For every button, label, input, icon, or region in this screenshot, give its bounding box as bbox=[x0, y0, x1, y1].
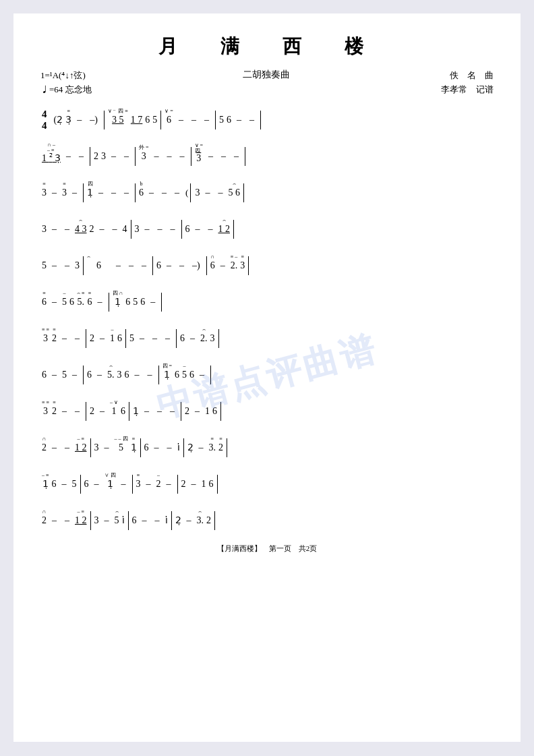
note-2l3: 2 bbox=[183, 400, 191, 423]
note-1m2: i̇ bbox=[176, 436, 181, 459]
note-6n2: 6 bbox=[83, 473, 90, 496]
subtitle: 二胡独奏曲 bbox=[243, 69, 290, 81]
note-3f: 3 bbox=[134, 218, 141, 241]
note-6-b: b 6 bbox=[138, 181, 145, 204]
note-3-paren2: 3 bbox=[194, 181, 202, 204]
dash: – bbox=[204, 152, 217, 161]
dash: – bbox=[73, 115, 86, 125]
dash: – bbox=[136, 334, 148, 343]
bar-line bbox=[215, 111, 216, 129]
note-1n2: ∨ 四 1̣ bbox=[103, 473, 117, 496]
note-17: 1 7 bbox=[129, 109, 144, 132]
note-3-v: ∨ =四 3 bbox=[194, 143, 205, 170]
note-5b: 5 bbox=[218, 109, 225, 132]
bar-line bbox=[83, 183, 84, 202]
note-1l2-6l: 1 bbox=[204, 400, 211, 423]
tempo: ♩=64 忘念地 bbox=[40, 83, 92, 97]
bar-line bbox=[220, 402, 221, 421]
bar-line bbox=[90, 511, 91, 530]
sheet-music-page: 中谱点评曲谱 月 满 西 楼 1=¹A(⁴↓↑弦) ♩=64 忘念地 二胡独奏曲… bbox=[13, 13, 521, 742]
dash: – bbox=[200, 115, 213, 125]
bar-line bbox=[140, 438, 141, 457]
dash: – bbox=[217, 152, 230, 161]
note-5j: 5 bbox=[128, 327, 136, 350]
dash: – bbox=[204, 225, 217, 234]
dash: – bbox=[68, 188, 81, 198]
bar-line bbox=[131, 220, 131, 239]
bar-line bbox=[161, 293, 162, 312]
dash: – bbox=[48, 297, 61, 307]
note-1l2: 1̣ bbox=[131, 400, 140, 423]
dash: – bbox=[141, 225, 154, 234]
bar-line bbox=[260, 111, 261, 129]
note-5n: 5 bbox=[71, 473, 78, 496]
note-3-eq2: ≡ 3 bbox=[61, 181, 68, 204]
note-6h: 6 bbox=[155, 254, 162, 277]
dash: – bbox=[100, 443, 113, 453]
note-5: 5 bbox=[151, 109, 158, 132]
note-6i2: 6 bbox=[68, 291, 76, 314]
note-1o: i̇ bbox=[121, 509, 126, 532]
bar-line bbox=[128, 511, 129, 530]
dash: – bbox=[196, 370, 208, 380]
note-1j: – 1 bbox=[109, 327, 116, 350]
note-3j: ≡ ≡ 3 bbox=[40, 327, 51, 350]
note-6j2: 6 bbox=[179, 327, 186, 350]
key-signature: 1=¹A(⁴↓↑弦) bbox=[40, 69, 92, 83]
score-row-11: – ≡ 1̣ 6 – 5 6 – ∨ 四 bbox=[40, 468, 494, 500]
note-1k-four: 四 = 1̣ bbox=[161, 364, 174, 386]
score-content: 4 4 (2̣ ≡ 3̣ – –) ∨ – 四 bbox=[40, 104, 494, 537]
note-3d: 3 bbox=[40, 218, 48, 241]
bar-line bbox=[243, 183, 244, 202]
dash: – bbox=[94, 297, 107, 307]
dash: – bbox=[48, 261, 61, 270]
bar-line bbox=[183, 438, 184, 457]
dash: – bbox=[117, 479, 130, 489]
dash: –) bbox=[188, 261, 204, 270]
dash: – bbox=[154, 225, 167, 234]
note-1m: ≡ 1̣ bbox=[129, 436, 138, 459]
score-row-4: 3 – – ⌢ 4 3 2 – – 4 bbox=[40, 213, 494, 245]
dash: – bbox=[62, 152, 75, 161]
dash: – bbox=[214, 188, 227, 198]
note-5m: – – 四 5 bbox=[113, 436, 129, 459]
score-row-7: ≡ ≡ 3 ≡ 2 – – 2 – – 1 bbox=[40, 322, 494, 355]
bar-line bbox=[152, 256, 153, 275]
note-2e: 2 bbox=[88, 218, 96, 241]
dash: – bbox=[163, 443, 176, 453]
dash: – bbox=[245, 115, 258, 125]
note-5i: – 5 bbox=[61, 291, 68, 314]
dash: – bbox=[163, 152, 176, 161]
dash: – bbox=[171, 188, 183, 198]
bar-line bbox=[90, 147, 90, 166]
bar-line bbox=[132, 475, 133, 494]
bar-line bbox=[125, 329, 126, 348]
bar-line bbox=[80, 475, 81, 494]
dash: – bbox=[153, 407, 166, 416]
dash: – bbox=[191, 407, 204, 416]
dash: – bbox=[107, 152, 120, 161]
note-6l: 6 bbox=[119, 400, 127, 423]
score-row-10: ∩ 2 – – – ≡ 1 2 3 – – – 四 5 bbox=[40, 432, 494, 464]
dash: – bbox=[145, 188, 158, 198]
dash: – bbox=[100, 516, 113, 525]
note-6k5: 6 bbox=[188, 364, 196, 386]
dash: – bbox=[58, 479, 71, 489]
note-3h: ≡ 3 bbox=[239, 254, 246, 277]
bar-line bbox=[171, 511, 172, 530]
score-row-2: ∩ –– ≡ 1 2̈ 3̣ – – 2 3 – bbox=[40, 140, 494, 173]
note-6i3: 6 bbox=[124, 291, 131, 314]
score-row-3: ≡ 3 – ≡ 3 – 四 1̣ – – – b 6 bbox=[40, 177, 494, 209]
note-6f: 6 bbox=[184, 218, 191, 241]
note-6k2: 6 bbox=[86, 364, 93, 386]
note-3m2-dot: ≡ 3. bbox=[208, 436, 218, 459]
time-sig-cell: 4 4 bbox=[40, 109, 49, 131]
dash: – bbox=[48, 516, 61, 525]
dash: – bbox=[131, 370, 144, 380]
note-6o: 6 bbox=[131, 509, 138, 532]
note-3i: ≡ 6 bbox=[86, 291, 94, 314]
note-3l: ≡ ≡ 3 bbox=[40, 400, 51, 423]
note-12-ul: ∩ –– ≡ 1 2̈ 3̣ bbox=[40, 142, 62, 170]
dash: – bbox=[58, 334, 71, 343]
note-1l: – ∨ 1 bbox=[109, 400, 119, 423]
